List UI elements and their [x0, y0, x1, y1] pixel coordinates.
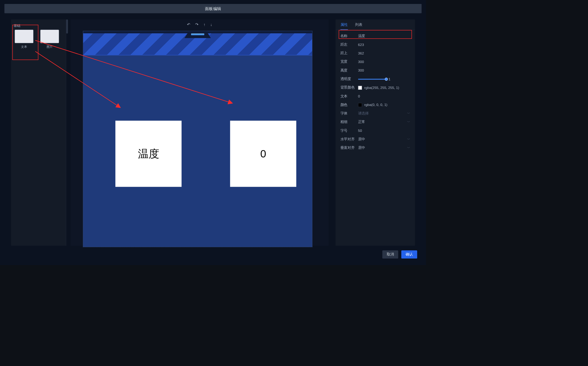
- prop-bgcolor-label: 背景颜色: [340, 85, 358, 90]
- canvas-card-value[interactable]: 0: [230, 121, 296, 187]
- properties-panel: 属性 列表 名称 温度 距左 623 距上 362 宽度 300 高度 300 …: [336, 19, 415, 246]
- layer-down-button[interactable]: ↓: [210, 22, 212, 27]
- canvas-header-tab: [185, 31, 211, 38]
- chevron-down-icon: ﹀: [407, 111, 410, 115]
- chevron-down-icon: ﹀: [407, 137, 410, 141]
- prop-row-left: 距左 623: [336, 40, 415, 49]
- chevron-down-icon: ﹀: [407, 120, 410, 124]
- prop-name-value[interactable]: 温度: [358, 34, 410, 38]
- palette-label-text: 文本: [21, 45, 27, 49]
- prop-height-label: 高度: [340, 68, 358, 73]
- prop-name-label: 名称: [340, 34, 358, 38]
- palette-scrollbar[interactable]: [66, 19, 68, 33]
- prop-color-value[interactable]: rgba(0, 0, 0, 1): [358, 103, 410, 107]
- canvas-card-temperature[interactable]: 温度: [115, 121, 181, 187]
- bgcolor-text: rgba(255, 255, 255, 1): [364, 86, 399, 90]
- prop-size-value[interactable]: 50: [358, 129, 410, 133]
- prop-text-label: 文本: [340, 94, 358, 99]
- prop-row-opacity: 透明度 1: [336, 75, 415, 83]
- prop-row-bgcolor: 背景颜色 rgba(255, 255, 255, 1): [336, 83, 415, 92]
- layer-up-button[interactable]: ↑: [203, 22, 206, 27]
- prop-top-label: 距上: [340, 51, 358, 55]
- palette-label-image: 图片: [47, 45, 53, 49]
- prop-row-size: 字号 50: [336, 126, 415, 135]
- prop-weight-value[interactable]: 正常 ﹀: [358, 120, 410, 124]
- opacity-value-text: 1: [389, 77, 390, 81]
- prop-row-top: 距上 362: [336, 49, 415, 58]
- prop-left-value[interactable]: 623: [358, 43, 410, 47]
- color-text: rgba(0, 0, 0, 1): [364, 103, 387, 107]
- prop-weight-label: 粗细: [340, 120, 358, 124]
- canvas-area: ↶ ↷ ↑ ↓ 温度 0: [71, 19, 329, 246]
- design-canvas[interactable]: 温度 0: [83, 31, 312, 247]
- bgcolor-swatch[interactable]: [358, 86, 362, 90]
- window-title: 面板编辑: [4, 4, 421, 13]
- prop-left-label: 距左: [340, 42, 358, 47]
- tab-attributes[interactable]: 属性: [340, 22, 348, 30]
- dialog-footer: 取消 确认: [382, 250, 417, 259]
- palette-thumb-image: [40, 30, 59, 43]
- cancel-button[interactable]: 取消: [382, 250, 398, 259]
- prop-text-value[interactable]: 0: [358, 94, 410, 98]
- prop-valign-label: 垂直对齐: [340, 146, 358, 150]
- prop-opacity-label: 透明度: [340, 77, 358, 81]
- palette-thumb-text: [15, 30, 33, 43]
- prop-row-text: 文本 0: [336, 92, 415, 100]
- prop-font-value[interactable]: 请选择 ﹀: [358, 111, 410, 116]
- properties-tabs: 属性 列表: [336, 19, 415, 30]
- prop-row-halign: 水平对齐 居中 ﹀: [336, 135, 415, 143]
- component-palette: 基础 文本 图片: [11, 19, 66, 246]
- prop-row-valign: 垂直对齐 居中 ﹀: [336, 144, 415, 152]
- prop-color-label: 颜色: [340, 103, 358, 107]
- palette-section-title: 基础: [14, 24, 20, 28]
- prop-halign-label: 水平对齐: [340, 137, 358, 142]
- redo-button[interactable]: ↷: [195, 22, 199, 27]
- prop-valign-value[interactable]: 居中 ﹀: [358, 146, 410, 150]
- prop-top-value[interactable]: 362: [358, 51, 410, 55]
- opacity-slider[interactable]: [358, 79, 386, 79]
- palette-item-image[interactable]: 图片: [40, 30, 59, 49]
- prop-height-value[interactable]: 300: [358, 69, 410, 72]
- window-title-text: 面板编辑: [205, 6, 221, 11]
- prop-bgcolor-value[interactable]: rgba(255, 255, 255, 1): [358, 86, 410, 90]
- canvas-card-temperature-text: 温度: [138, 147, 159, 161]
- prop-row-width: 宽度 300: [336, 58, 415, 66]
- prop-row-weight: 粗细 正常 ﹀: [336, 118, 415, 126]
- prop-halign-value[interactable]: 居中 ﹀: [358, 137, 410, 142]
- chevron-down-icon: ﹀: [407, 146, 410, 150]
- palette-item-text[interactable]: 文本: [15, 30, 33, 49]
- tab-list[interactable]: 列表: [355, 22, 363, 30]
- canvas-toolbar: ↶ ↷ ↑ ↓: [71, 21, 329, 28]
- canvas-header-decoration: [83, 31, 312, 55]
- undo-button[interactable]: ↶: [187, 22, 190, 27]
- prop-size-label: 字号: [340, 128, 358, 133]
- canvas-card-value-text: 0: [260, 148, 266, 160]
- prop-row-height: 高度 300: [336, 66, 415, 75]
- prop-row-color: 颜色 rgba(0, 0, 0, 1): [336, 100, 415, 109]
- color-swatch[interactable]: [358, 103, 362, 107]
- prop-width-label: 宽度: [340, 60, 358, 64]
- prop-row-font: 字体 请选择 ﹀: [336, 109, 415, 118]
- confirm-button[interactable]: 确认: [401, 250, 417, 259]
- prop-width-value[interactable]: 300: [358, 60, 410, 64]
- prop-opacity-value[interactable]: 1: [358, 77, 410, 81]
- prop-row-name: 名称 温度: [336, 32, 415, 40]
- prop-font-label: 字体: [340, 111, 358, 116]
